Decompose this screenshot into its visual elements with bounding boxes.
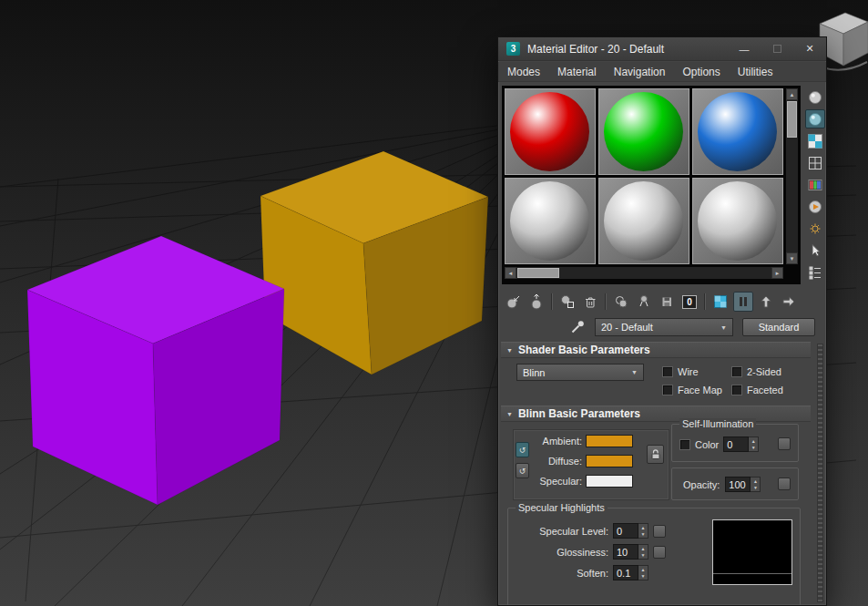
two-sided-checkbox[interactable] bbox=[731, 366, 742, 377]
ambient-diffuse-lock-button[interactable] bbox=[647, 445, 664, 464]
scroll-left-icon[interactable]: ◄ bbox=[505, 267, 516, 279]
horizontal-scroll-thumb[interactable] bbox=[517, 268, 559, 278]
spinner-up-icon[interactable]: ▲ bbox=[638, 545, 648, 552]
sample-slot[interactable] bbox=[692, 178, 783, 264]
purple-cube[interactable] bbox=[27, 236, 284, 505]
background-button[interactable] bbox=[805, 131, 825, 150]
specular-highlights-group: Specular Highlights Specular Level: 0 ▲▼… bbox=[507, 508, 801, 606]
make-unique-button[interactable] bbox=[634, 292, 654, 312]
show-end-result-icon bbox=[735, 293, 751, 310]
make-preview-button[interactable] bbox=[805, 197, 825, 216]
menu-navigation[interactable]: Navigation bbox=[614, 66, 666, 78]
video-color-check-button[interactable] bbox=[805, 175, 825, 194]
wire-checkbox[interactable] bbox=[662, 366, 673, 377]
glossiness-row: Glossiness: 10 ▲▼ bbox=[514, 544, 666, 560]
rollout-shader-basic-parameters[interactable]: ▼ Shader Basic Parameters bbox=[501, 342, 811, 358]
vertical-scroll-thumb[interactable] bbox=[787, 101, 797, 138]
menu-modes[interactable]: Modes bbox=[507, 66, 540, 78]
diffuse-row: Diffuse: bbox=[530, 455, 633, 467]
lock-ambient-diffuse-button[interactable]: ↺ bbox=[516, 442, 529, 457]
menu-material[interactable]: Material bbox=[557, 66, 597, 78]
menu-utilities[interactable]: Utilities bbox=[738, 66, 773, 78]
menu-options[interactable]: Options bbox=[682, 66, 720, 78]
opacity-spinner[interactable]: 100 ▲▼ bbox=[725, 477, 761, 492]
sample-horizontal-scrollbar[interactable]: ◄ ► bbox=[505, 267, 783, 279]
shader-type-dropdown[interactable]: Blinn ▼ bbox=[516, 364, 644, 381]
assign-material-to-selection-button[interactable] bbox=[557, 292, 577, 312]
faceted-checkbox[interactable] bbox=[731, 385, 742, 395]
minimize-button[interactable]: — bbox=[728, 37, 761, 60]
sample-slot[interactable] bbox=[505, 178, 596, 264]
sample-type-button[interactable] bbox=[805, 87, 825, 107]
title-bar[interactable]: 3 Material Editor - 20 - Default — ✕ bbox=[498, 37, 826, 61]
sample-uv-tiling-button[interactable] bbox=[805, 153, 825, 172]
self-illum-color-checkbox[interactable] bbox=[679, 439, 690, 450]
glossiness-map-button[interactable] bbox=[653, 546, 666, 559]
specular-level-map-button[interactable] bbox=[653, 525, 666, 538]
spinner-up-icon[interactable]: ▲ bbox=[749, 437, 758, 445]
spinner-up-icon[interactable]: ▲ bbox=[638, 524, 648, 531]
sample-slot[interactable] bbox=[505, 88, 596, 175]
specular-level-spinner[interactable]: 0 ▲▼ bbox=[613, 523, 648, 539]
background-icon bbox=[807, 133, 823, 149]
soften-spinner[interactable]: 0.1 ▲▼ bbox=[613, 565, 648, 580]
spinner-down-icon[interactable]: ▼ bbox=[638, 552, 648, 560]
self-illumination-spinner[interactable]: 0 ▲▼ bbox=[723, 437, 759, 452]
select-by-material-button[interactable] bbox=[805, 241, 825, 260]
material-type-button[interactable]: Standard bbox=[742, 318, 815, 336]
sample-vertical-scrollbar[interactable]: ▲ ▼ bbox=[786, 88, 798, 264]
opacity-map-button[interactable] bbox=[778, 478, 791, 490]
two-sided-option: 2-Sided bbox=[731, 366, 781, 377]
make-material-copy-button[interactable] bbox=[611, 292, 631, 312]
scroll-up-icon[interactable]: ▲ bbox=[786, 88, 798, 100]
spinner-up-icon[interactable]: ▲ bbox=[638, 566, 648, 573]
sample-slot[interactable] bbox=[598, 178, 689, 264]
ambient-color-swatch[interactable] bbox=[586, 435, 633, 447]
material-id-channel-button[interactable]: 0 bbox=[679, 292, 700, 312]
sample-slot-area: ▲ ▼ ◄ ► bbox=[502, 86, 801, 284]
spinner-down-icon[interactable]: ▼ bbox=[751, 485, 760, 492]
opacity-label: Opacity: bbox=[683, 479, 720, 490]
scroll-right-icon[interactable]: ► bbox=[771, 267, 783, 279]
arrow-up-icon bbox=[758, 293, 774, 310]
put-to-library-button[interactable] bbox=[657, 292, 677, 312]
spinner-down-icon[interactable]: ▼ bbox=[638, 531, 648, 539]
rollout-title: Shader Basic Parameters bbox=[518, 344, 650, 356]
maximize-button[interactable] bbox=[761, 37, 793, 60]
viewport[interactable]: 3 Material Editor - 20 - Default — ✕ Mod… bbox=[0, 0, 868, 606]
put-material-to-scene-button[interactable] bbox=[526, 292, 546, 312]
self-illumination-map-button[interactable] bbox=[778, 437, 791, 450]
close-button[interactable]: ✕ bbox=[793, 37, 826, 60]
backlight-button[interactable] bbox=[805, 109, 825, 128]
material-name-value: 20 - Default bbox=[601, 322, 653, 333]
rollout-scrollbar[interactable] bbox=[817, 344, 823, 602]
show-end-result-button[interactable] bbox=[733, 292, 753, 312]
app-logo-icon: 3 bbox=[506, 42, 520, 56]
window-title: Material Editor - 20 - Default bbox=[527, 43, 664, 56]
show-shaded-material-in-viewport-button[interactable] bbox=[710, 292, 730, 312]
lock-diffuse-specular-button[interactable]: ↺ bbox=[516, 463, 529, 478]
face-map-checkbox[interactable] bbox=[662, 385, 673, 395]
scroll-down-icon[interactable]: ▼ bbox=[786, 252, 798, 264]
reset-map-mtl-button[interactable] bbox=[580, 292, 600, 312]
material-sphere bbox=[510, 92, 589, 171]
glossiness-spinner[interactable]: 10 ▲▼ bbox=[613, 544, 648, 560]
go-forward-to-sibling-button[interactable] bbox=[779, 292, 799, 312]
diffuse-color-swatch[interactable] bbox=[586, 455, 633, 467]
material-map-navigator-button[interactable] bbox=[805, 262, 825, 282]
spinner-down-icon[interactable]: ▼ bbox=[749, 445, 758, 452]
material-name-dropdown[interactable]: 20 - Default ▼ bbox=[595, 318, 733, 336]
specular-color-swatch[interactable] bbox=[586, 475, 633, 488]
self-illumination-title: Self-Illumination bbox=[679, 418, 756, 429]
sample-slot[interactable] bbox=[598, 88, 689, 175]
two-sided-label: 2-Sided bbox=[747, 366, 781, 377]
rollout-blinn-basic-parameters[interactable]: ▼ Blinn Basic Parameters bbox=[501, 406, 811, 422]
get-material-button[interactable] bbox=[504, 292, 524, 312]
spinner-down-icon[interactable]: ▼ bbox=[638, 573, 648, 580]
go-to-parent-button[interactable] bbox=[756, 292, 776, 312]
spinner-up-icon[interactable]: ▲ bbox=[751, 478, 760, 485]
pick-material-button[interactable] bbox=[567, 318, 587, 336]
gold-cube[interactable] bbox=[260, 151, 488, 375]
options-button[interactable] bbox=[805, 219, 825, 238]
sample-slot[interactable] bbox=[692, 88, 783, 175]
